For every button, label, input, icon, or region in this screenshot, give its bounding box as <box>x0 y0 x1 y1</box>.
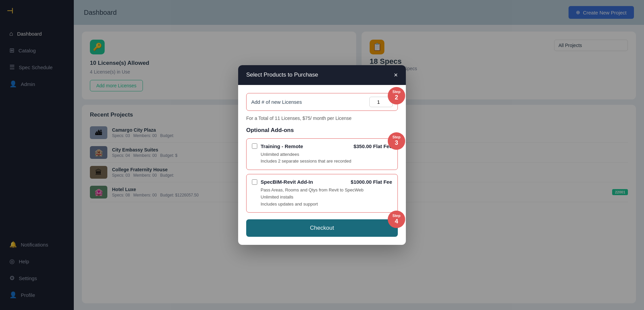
step-label: Step <box>392 214 400 218</box>
total-licenses-text: For a Total of 11 Licenses, $75/ month p… <box>246 116 398 121</box>
checkout-button[interactable]: Checkout <box>246 219 398 237</box>
addon-header: SpecBIM-Revit Add-In $1000.00 Flat Fee <box>252 179 392 185</box>
step-label: Step <box>392 135 400 139</box>
modal-title: Select Products to Purchase <box>246 72 318 78</box>
addon-description: Pass Areas, Rooms and Qtys from Revit to… <box>261 187 392 208</box>
modal-header: Select Products to Purchase × <box>238 65 406 85</box>
addon-description: Unlimited attendees Includes 2 separate … <box>261 151 392 165</box>
addon-revit-card: SpecBIM-Revit Add-In $1000.00 Flat Fee P… <box>246 174 398 213</box>
step-number: 4 <box>395 218 398 225</box>
addon-header: Training - Remote $350.00 Flat Fee <box>252 143 392 149</box>
addon-name: Training - Remote <box>261 143 350 149</box>
step-2-badge: Step 2 <box>388 87 405 104</box>
addons-title: Optional Add-ons <box>246 127 398 134</box>
step-3-badge: Step 3 <box>388 132 405 150</box>
step-number: 3 <box>395 139 398 147</box>
modal-overlay[interactable]: Select Products to Purchase × Add # of n… <box>0 0 644 310</box>
step-number: 2 <box>395 94 398 101</box>
step-label: Step <box>392 90 400 94</box>
revit-addon-checkbox[interactable] <box>252 179 257 185</box>
addon-price: $1000.00 Flat Fee <box>351 179 392 185</box>
addon-price: $350.00 Flat Fee <box>354 143 392 149</box>
license-row-label: Add # of new Licenses <box>251 99 365 105</box>
addon-name: SpecBIM-Revit Add-In <box>261 179 347 185</box>
license-input-row: Add # of new Licenses <box>246 93 398 111</box>
modal-close-button[interactable]: × <box>394 71 398 79</box>
step-4-badge: Step 4 <box>388 211 405 228</box>
addon-training-card: Training - Remote $350.00 Flat Fee Unlim… <box>246 138 398 170</box>
training-addon-checkbox[interactable] <box>252 143 257 149</box>
purchase-modal: Select Products to Purchase × Add # of n… <box>238 65 406 245</box>
modal-body: Add # of new Licenses Step 2 For a Total… <box>238 85 406 245</box>
